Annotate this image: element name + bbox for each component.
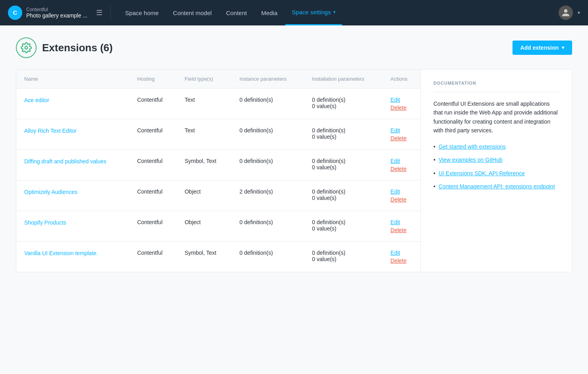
brand-space: Photo gallery example ... xyxy=(26,12,87,19)
doc-divider xyxy=(433,92,559,92)
ext-name-link-3[interactable]: Optimizely Audiences xyxy=(24,188,121,196)
cell-hosting-1: Contentful xyxy=(129,119,177,150)
cell-instance-params-3: 2 definition(s) xyxy=(232,180,304,211)
cell-field-types-5: Symbol, Text xyxy=(177,242,232,272)
cell-instance-params-0: 0 definition(s) xyxy=(232,89,304,119)
delete-action-1[interactable]: Delete xyxy=(391,135,412,141)
table-row: Shopify Products Contentful Object 0 def… xyxy=(16,211,420,242)
cell-name-2: Diffing draft and published values xyxy=(16,150,129,180)
delete-action-4[interactable]: Delete xyxy=(391,227,412,233)
cell-hosting-0: Contentful xyxy=(129,89,177,119)
install-params-vals-2: 0 value(s) xyxy=(312,164,375,171)
cell-name-1: Alloy Rich Text Editor xyxy=(16,119,129,150)
ext-name-link-4[interactable]: Shopify Products xyxy=(24,219,121,227)
install-params-defs-4: 0 definition(s) xyxy=(312,219,375,225)
nav-link-content[interactable]: Content xyxy=(220,0,253,25)
nav-link-content-model[interactable]: Content model xyxy=(166,0,218,25)
nav-link-space-home[interactable]: Space home xyxy=(119,0,165,25)
install-params-defs-5: 0 definition(s) xyxy=(312,250,375,256)
cell-actions-5: Edit Delete xyxy=(383,242,420,272)
delete-action-5[interactable]: Delete xyxy=(391,258,412,264)
edit-action-2[interactable]: Edit xyxy=(391,158,412,164)
install-params-defs-2: 0 definition(s) xyxy=(312,158,375,164)
install-params-vals-5: 0 value(s) xyxy=(312,256,375,262)
contentful-logo: C xyxy=(8,6,22,20)
table-row: Optimizely Audiences Contentful Object 2… xyxy=(16,180,420,211)
cell-hosting-3: Contentful xyxy=(129,180,177,211)
cell-install-params-0: 0 definition(s) 0 value(s) xyxy=(304,89,383,119)
install-params-vals-4: 0 value(s) xyxy=(312,225,375,232)
table-row: Alloy Rich Text Editor Contentful Text 0… xyxy=(16,119,420,150)
cell-actions-0: Edit Delete xyxy=(383,89,420,119)
nav-links: Space home Content model Content Media S… xyxy=(111,0,551,25)
col-install-params: Installation parameters xyxy=(304,70,383,89)
edit-action-5[interactable]: Edit xyxy=(391,250,412,256)
cell-name-3: Optimizely Audiences xyxy=(16,180,129,211)
topnav-right: ▾ xyxy=(551,6,588,20)
cell-install-params-5: 0 definition(s) 0 value(s) xyxy=(304,242,383,272)
doc-link-0[interactable]: Get started with extensions xyxy=(439,143,506,151)
cell-install-params-3: 0 definition(s) 0 value(s) xyxy=(304,180,383,211)
page-title-group: Extensions (6) xyxy=(16,37,113,58)
brand-text: Contentful Photo gallery example ... xyxy=(26,7,87,19)
doc-link-2[interactable]: UI Extensions SDK: API Reference xyxy=(439,170,525,178)
cell-field-types-4: Object xyxy=(177,211,232,242)
delete-action-3[interactable]: Delete xyxy=(391,196,412,203)
cell-field-types-1: Text xyxy=(177,119,232,150)
doc-link-item-1: View examples on GitHub xyxy=(433,156,559,164)
ext-name-link-5[interactable]: Vanilla UI Extension template. xyxy=(24,250,121,258)
doc-body-text: Contentful UI Extensions are small appli… xyxy=(433,99,559,135)
cell-hosting-5: Contentful xyxy=(129,242,177,272)
cell-actions-4: Edit Delete xyxy=(383,211,420,242)
main-layout: Name Hosting Field type(s) Instance para… xyxy=(16,69,572,272)
cell-instance-params-1: 0 definition(s) xyxy=(232,119,304,150)
top-navigation: C Contentful Photo gallery example ... ☰… xyxy=(0,0,588,25)
cell-name-0: Ace editor xyxy=(16,89,129,119)
nav-link-media[interactable]: Media xyxy=(255,0,284,25)
nav-link-space-settings[interactable]: Space settings ▾ xyxy=(285,0,342,25)
edit-action-3[interactable]: Edit xyxy=(391,188,412,195)
edit-action-1[interactable]: Edit xyxy=(391,127,412,134)
doc-links-list: Get started with extensionsView examples… xyxy=(433,143,559,191)
cell-hosting-2: Contentful xyxy=(129,150,177,180)
install-params-vals-3: 0 value(s) xyxy=(312,195,375,201)
table-row: Vanilla UI Extension template. Contentfu… xyxy=(16,242,420,272)
hamburger-icon[interactable]: ☰ xyxy=(96,8,103,17)
doc-link-item-2: UI Extensions SDK: API Reference xyxy=(433,170,559,178)
cell-field-types-0: Text xyxy=(177,89,232,119)
ext-name-link-0[interactable]: Ace editor xyxy=(24,97,121,105)
doc-section-title: DOCUMENTATION xyxy=(433,81,559,85)
add-extension-button[interactable]: Add extension ▾ xyxy=(513,41,572,55)
doc-link-item-0: Get started with extensions xyxy=(433,143,559,151)
cell-field-types-2: Symbol, Text xyxy=(177,150,232,180)
page-container: Extensions (6) Add extension ▾ Name Host… xyxy=(0,25,588,284)
edit-action-0[interactable]: Edit xyxy=(391,97,412,103)
install-params-defs-0: 0 definition(s) xyxy=(312,97,375,103)
user-avatar[interactable] xyxy=(559,6,573,20)
cell-install-params-1: 0 definition(s) 0 value(s) xyxy=(304,119,383,150)
documentation-sidebar: DOCUMENTATION Contentful UI Extensions a… xyxy=(421,70,572,272)
cell-actions-1: Edit Delete xyxy=(383,119,420,150)
ext-name-link-2[interactable]: Diffing draft and published values xyxy=(24,158,121,166)
col-hosting: Hosting xyxy=(129,70,177,89)
cell-instance-params-5: 0 definition(s) xyxy=(232,242,304,272)
ext-name-link-1[interactable]: Alloy Rich Text Editor xyxy=(24,127,121,135)
col-name: Name xyxy=(16,70,129,89)
doc-link-1[interactable]: View examples on GitHub xyxy=(439,156,503,164)
cell-actions-3: Edit Delete xyxy=(383,180,420,211)
install-params-vals-1: 0 value(s) xyxy=(312,134,375,140)
delete-action-2[interactable]: Delete xyxy=(391,166,412,172)
col-actions: Actions xyxy=(383,70,420,89)
settings-chevron-icon: ▾ xyxy=(333,10,336,15)
brand-name: Contentful xyxy=(26,7,87,12)
user-chevron-icon[interactable]: ▾ xyxy=(578,10,580,16)
cell-name-5: Vanilla UI Extension template. xyxy=(16,242,129,272)
table-row: Diffing draft and published values Conte… xyxy=(16,150,420,180)
edit-action-4[interactable]: Edit xyxy=(391,219,412,225)
install-params-vals-0: 0 value(s) xyxy=(312,103,375,109)
delete-action-0[interactable]: Delete xyxy=(391,105,412,111)
install-params-defs-1: 0 definition(s) xyxy=(312,127,375,134)
doc-link-3[interactable]: Content Management API: extensions endpo… xyxy=(439,183,555,191)
table-row: Ace editor Contentful Text 0 definition(… xyxy=(16,89,420,119)
cell-install-params-2: 0 definition(s) 0 value(s) xyxy=(304,150,383,180)
